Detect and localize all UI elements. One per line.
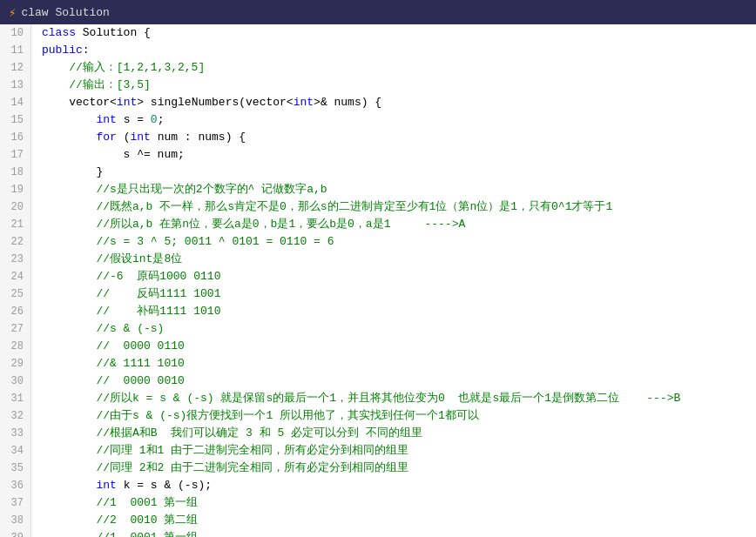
code-token: //2 0010 第二组 — [42, 514, 198, 527]
line-number: 39 — [7, 529, 24, 537]
code-token: //根据A和B 我们可以确定 3 和 5 必定可以分到 不同的组里 — [42, 426, 422, 440]
code-line: vector<int> singleNumbers(vector<int>& n… — [42, 94, 756, 111]
code-line: //由于s & (-s)很方便找到一个1 所以用他了，其实找到任何一个1都可以 — [42, 407, 756, 425]
line-number: 36 — [7, 477, 24, 494]
code-line: } — [42, 164, 756, 181]
line-number: 11 — [7, 42, 24, 59]
code-token: //同理 1和1 由于二进制完全相同，所有必定分到相同的组里 — [42, 444, 408, 457]
code-token — [42, 131, 96, 144]
code-line: int s = 0; — [42, 111, 756, 129]
code-token: //输入：[1,2,1,3,2,5] — [42, 61, 205, 74]
code-token: s = — [117, 113, 151, 126]
code-token: ( — [117, 131, 131, 144]
code-token: //-6 原码1000 0110 — [42, 270, 220, 283]
line-number: 23 — [7, 251, 24, 268]
line-number: 38 — [7, 512, 24, 529]
code-line: //既然a,b 不一样，那么s肯定不是0，那么s的二进制肯定至少有1位（第n位）… — [42, 198, 756, 216]
code-token: public — [42, 44, 83, 57]
code-line: // 反码1111 1001 — [42, 285, 756, 303]
code-line: s ^= num; — [42, 146, 756, 164]
code-line: for (int num : nums) { — [42, 129, 756, 146]
line-number: 19 — [7, 181, 24, 198]
code-line: // 补码1111 1010 — [42, 303, 756, 320]
line-number: 13 — [7, 77, 24, 94]
code-token: //s = 3 ^ 5; 0011 ^ 0101 = 0110 = 6 — [42, 235, 334, 248]
line-number: 32 — [7, 407, 24, 425]
code-token: k = s & (-s); — [117, 479, 212, 492]
code-token: int — [130, 131, 150, 144]
code-token: // 反码1111 1001 — [42, 287, 220, 300]
line-number: 20 — [7, 198, 24, 216]
line-number: 17 — [7, 146, 24, 164]
code-lines: class Solution {public: //输入：[1,2,1,3,2,… — [31, 24, 756, 537]
code-token: //s & (-s) — [42, 322, 164, 335]
line-number: 25 — [7, 285, 24, 303]
line-number: 27 — [7, 320, 24, 338]
code-token: //由于s & (-s)很方便找到一个1 所以用他了，其实找到任何一个1都可以 — [42, 409, 479, 422]
code-line: //& 1111 1010 — [42, 355, 756, 373]
code-line: //根据A和B 我们可以确定 3 和 5 必定可以分到 不同的组里 — [42, 425, 756, 442]
code-token: Solution { — [76, 26, 151, 39]
code-token: vector< — [42, 96, 117, 109]
code-line: //2 0010 第二组 — [42, 512, 756, 529]
code-token: //1 0001 第一组 — [42, 496, 198, 509]
code-line: //同理 2和2 由于二进制完全相同，所有必定分到相同的组里 — [42, 460, 756, 477]
code-line: //1 0001 第一组 — [42, 494, 756, 512]
code-token: //所以k = s & (-s) 就是保留s的最后一个1，并且将其他位变为0 也… — [42, 392, 680, 405]
code-token: //既然a,b 不一样，那么s肯定不是0，那么s的二进制肯定至少有1位（第n位）… — [42, 200, 612, 213]
code-token: int — [117, 96, 137, 109]
code-token: //所以a,b 在第n位，要么a是0，b是1，要么b是0，a是1 ---->A — [42, 218, 465, 231]
code-line: //-6 原码1000 0110 — [42, 268, 756, 285]
code-token: } — [42, 165, 103, 178]
code-token: : — [83, 44, 90, 57]
line-number: 18 — [7, 164, 24, 181]
line-number: 24 — [7, 268, 24, 285]
code-token: 0 — [151, 113, 158, 126]
line-number: 34 — [7, 442, 24, 460]
code-token: // 补码1111 1010 — [42, 305, 220, 318]
code-token: int — [96, 113, 116, 126]
code-token: //同理 2和2 由于二进制完全相同，所有必定分到相同的组里 — [42, 461, 408, 474]
code-line: //s & (-s) — [42, 320, 756, 338]
line-number: 28 — [7, 338, 24, 355]
editor-window: ⚡ claw Solution 101112131415161718192021… — [0, 0, 756, 537]
code-token: s ^= num; — [42, 148, 185, 161]
code-area[interactable]: 1011121314151617181920212223242526272829… — [0, 24, 756, 537]
line-number: 15 — [7, 111, 24, 129]
line-number: 10 — [7, 24, 24, 42]
code-token: //假设int是8位 — [42, 252, 182, 265]
code-line: //所以a,b 在第n位，要么a是0，b是1，要么b是0，a是1 ---->A — [42, 216, 756, 233]
code-line: // 0000 0010 — [42, 373, 756, 390]
code-token: ; — [158, 113, 165, 126]
code-token: // 0000 0110 — [42, 339, 185, 352]
code-line: //s是只出现一次的2个数字的^ 记做数字a,b — [42, 181, 756, 198]
line-number: 26 — [7, 303, 24, 320]
code-line: int k = s & (-s); — [42, 477, 756, 494]
line-number: 35 — [7, 460, 24, 477]
line-number: 33 — [7, 425, 24, 442]
code-line: // 0000 0110 — [42, 338, 756, 355]
code-token: num : nums) { — [151, 131, 246, 144]
code-line: //同理 1和1 由于二进制完全相同，所有必定分到相同的组里 — [42, 442, 756, 460]
code-token: int — [294, 96, 314, 109]
line-number: 30 — [7, 373, 24, 390]
line-number: 21 — [7, 216, 24, 233]
code-line: //输出：[3,5] — [42, 77, 756, 94]
line-number: 37 — [7, 494, 24, 512]
line-number: 29 — [7, 355, 24, 373]
code-token: //s是只出现一次的2个数字的^ 记做数字a,b — [42, 183, 327, 196]
code-line: //假设int是8位 — [42, 251, 756, 268]
line-number: 22 — [7, 233, 24, 251]
code-line: public: — [42, 42, 756, 59]
code-token: int — [96, 479, 116, 492]
line-number: 12 — [7, 59, 24, 77]
code-token: //& 1111 1010 — [42, 357, 185, 370]
title-icon: ⚡ — [9, 5, 16, 20]
code-token: //输出：[3,5] — [42, 78, 151, 91]
code-token: >& nums) { — [314, 96, 381, 109]
code-line: //输入：[1,2,1,3,2,5] — [42, 59, 756, 77]
code-token: for — [96, 131, 116, 144]
line-number: 31 — [7, 390, 24, 407]
line-number: 16 — [7, 129, 24, 146]
code-line: //1 0001 第一组 — [42, 529, 756, 537]
